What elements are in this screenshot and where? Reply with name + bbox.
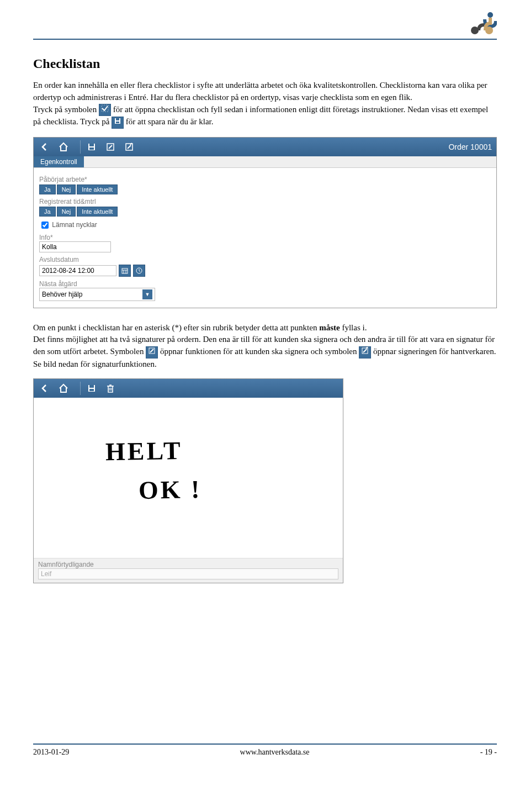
order-number: Order 10001 <box>448 143 492 151</box>
keys-checkbox-row: Lämnat nycklar <box>39 220 491 230</box>
btn-no[interactable]: Nej <box>57 207 76 217</box>
btn-yes[interactable]: Ja <box>39 184 56 194</box>
field-label-started: Påbörjat arbete* <box>39 176 491 183</box>
save-icon[interactable] <box>85 382 98 395</box>
intro-text-b: Tryck på symbolen <box>33 105 99 114</box>
sig-name-input[interactable] <box>38 568 338 579</box>
page-footer: 2013-01-29 www.hantverksdata.se - 19 - <box>33 739 497 757</box>
sign-worker-icon <box>359 346 371 358</box>
checklist-screenshot: Order 10001 Egenkontroll Påbörjat arbete… <box>33 137 497 308</box>
sig-text-b: öppnar funktionen för att kunden ska sig… <box>160 347 359 356</box>
chevron-down-icon: ▼ <box>142 289 152 299</box>
btn-na[interactable]: Inte aktuellt <box>77 184 118 194</box>
svg-point-0 <box>487 12 493 18</box>
field-label-enddate: Avslutsdatum <box>39 256 491 263</box>
footer-date: 2013-01-29 <box>33 748 69 757</box>
sign-worker-icon[interactable] <box>123 140 136 154</box>
check-box-icon <box>99 104 111 116</box>
keys-label: Lämnat nycklar <box>52 220 97 228</box>
signature-screenshot: HELT OK ! Namnförtydligande <box>33 378 343 583</box>
keys-checkbox[interactable] <box>41 222 49 229</box>
signature-canvas[interactable]: HELT OK ! <box>34 398 343 558</box>
asterisk-text-c: fyllas i. <box>340 323 367 332</box>
sig-toolbar <box>34 379 343 398</box>
sign-customer-icon <box>146 346 158 358</box>
intro-paragraph: En order kan innehålla en eller flera ch… <box>33 80 497 129</box>
back-icon[interactable] <box>38 382 51 395</box>
date-row <box>39 265 491 277</box>
footer-page: - 19 - <box>480 748 497 757</box>
btn-yes[interactable]: Ja <box>39 207 56 217</box>
home-icon[interactable] <box>57 140 70 154</box>
signature-footer: Namnförtydligande <box>34 558 343 583</box>
date-input[interactable] <box>39 265 116 276</box>
next-action-value: Behöver hjälp <box>42 291 82 298</box>
form-body: Påbörjat arbete* JaNejInte aktuellt Regi… <box>34 168 496 308</box>
registered-options: JaNejInte aktuellt <box>39 207 491 217</box>
btn-no[interactable]: Nej <box>57 184 76 194</box>
intro-text-d: för att spara när du är klar. <box>126 117 214 126</box>
header-rule <box>33 39 497 40</box>
svg-rect-6 <box>116 122 119 123</box>
asterisk-text-a: Om en punkt i checklistan har en asteris… <box>33 323 319 332</box>
btn-na[interactable]: Inte aktuellt <box>77 207 118 217</box>
info-input[interactable] <box>39 241 111 252</box>
back-icon[interactable] <box>38 140 51 154</box>
field-label-registered: Registrerat tid&mtrl <box>39 198 491 205</box>
app-toolbar: Order 10001 <box>34 138 496 156</box>
started-options: JaNejInte aktuellt <box>39 184 491 194</box>
save-icon <box>112 117 124 129</box>
footer-rule <box>33 744 497 745</box>
sig-name-label: Namnförtydligande <box>38 561 338 568</box>
brand-logo <box>469 11 497 36</box>
svg-rect-5 <box>116 118 119 120</box>
svg-rect-12 <box>122 268 128 273</box>
field-label-next: Nästa åtgärd <box>39 280 491 288</box>
handwriting-line1: HELT <box>105 436 183 466</box>
field-label-info: Info* <box>39 234 491 241</box>
asterisk-paragraph: Om en punkt i checklistan har en asteris… <box>33 322 497 371</box>
save-icon[interactable] <box>85 140 98 154</box>
asterisk-text-b: måste <box>319 323 340 332</box>
next-action-select[interactable]: Behöver hjälp ▼ <box>39 288 155 301</box>
page-title: Checklistan <box>33 56 497 71</box>
svg-rect-20 <box>89 385 94 388</box>
trash-icon[interactable] <box>104 382 117 395</box>
footer-url: www.hantverksdata.se <box>240 748 310 757</box>
tab-egenkontroll[interactable]: Egenkontroll <box>34 156 84 167</box>
intro-text-a: En order kan innehålla en eller flera ch… <box>33 81 487 102</box>
handwriting-line2: OK ! <box>139 474 202 505</box>
toolbar-separator <box>80 382 81 395</box>
svg-rect-8 <box>89 144 94 146</box>
calendar-icon[interactable] <box>119 265 131 277</box>
toolbar-separator <box>80 140 81 154</box>
clock-icon[interactable] <box>133 265 145 277</box>
tab-bar: Egenkontroll <box>34 156 496 168</box>
sign-customer-icon[interactable] <box>104 140 117 154</box>
home-icon[interactable] <box>57 382 70 395</box>
svg-rect-21 <box>89 389 94 391</box>
svg-rect-9 <box>89 147 94 150</box>
